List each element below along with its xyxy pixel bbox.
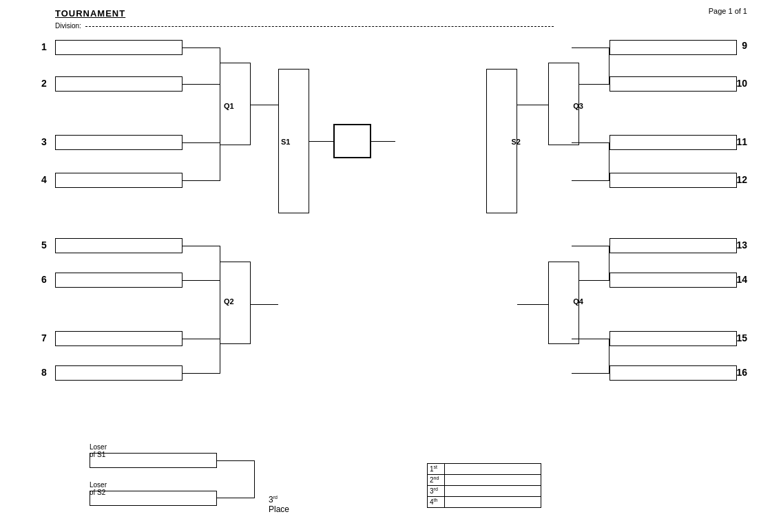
- q1-label: Q1: [224, 102, 234, 110]
- result-3rd-place: 3rd: [428, 486, 445, 497]
- seed-8-label: 8: [41, 367, 47, 378]
- seed-7-label: 7: [41, 332, 47, 343]
- result-1st-place: 1st: [428, 464, 445, 475]
- team-box-16[interactable]: [609, 365, 737, 381]
- finals-box: [333, 124, 371, 158]
- result-2nd-value[interactable]: [445, 475, 541, 486]
- s1-label: S1: [281, 138, 290, 146]
- seed-5-label: 5: [41, 240, 47, 251]
- team-box-13[interactable]: [609, 238, 737, 253]
- seed-16-label: 16: [736, 367, 747, 378]
- result-4th-value[interactable]: [445, 497, 541, 508]
- page-number: Page 1 of 1: [709, 7, 747, 15]
- seed-1-label: 1: [41, 41, 47, 52]
- team-box-2[interactable]: [55, 76, 183, 92]
- result-1st-value[interactable]: [445, 464, 541, 475]
- seed-6-label: 6: [41, 274, 47, 285]
- team-box-3[interactable]: [55, 135, 183, 150]
- team-box-7[interactable]: [55, 331, 183, 346]
- s2-label: S2: [512, 138, 521, 146]
- loser-s1-box[interactable]: [90, 453, 217, 468]
- team-box-8[interactable]: [55, 365, 183, 381]
- team-box-11[interactable]: [609, 135, 737, 150]
- team-box-12[interactable]: [609, 173, 737, 188]
- third-place-label: 3rd Place: [269, 495, 289, 514]
- team-box-9[interactable]: [609, 40, 737, 55]
- seed-2-label: 2: [41, 78, 47, 89]
- page: Page 1 of 1 TOURNAMENT Division: 1 2 Q1 …: [0, 0, 761, 532]
- seed-12-label: 12: [736, 174, 747, 185]
- team-box-5[interactable]: [55, 238, 183, 253]
- q2-label: Q2: [224, 297, 234, 306]
- seed-11-label: 11: [736, 136, 747, 147]
- seed-13-label: 13: [736, 240, 747, 251]
- seed-10-label: 10: [736, 78, 747, 89]
- seed-9-label: 9: [742, 40, 747, 51]
- team-box-6[interactable]: [55, 273, 183, 288]
- result-3rd-value[interactable]: [445, 486, 541, 497]
- team-box-15[interactable]: [609, 331, 737, 346]
- seed-3-label: 3: [41, 136, 47, 147]
- team-box-14[interactable]: [609, 273, 737, 288]
- seed-14-label: 14: [736, 274, 747, 285]
- division-label: Division:: [55, 22, 554, 30]
- result-4th-place: 4th: [428, 497, 445, 508]
- team-box-1[interactable]: [55, 40, 183, 55]
- q3-label: Q3: [573, 102, 583, 110]
- tournament-title: TOURNAMENT: [55, 8, 125, 19]
- seed-15-label: 15: [736, 332, 747, 343]
- team-box-4[interactable]: [55, 173, 183, 188]
- seed-4-label: 4: [41, 174, 47, 185]
- loser-s2-box[interactable]: [90, 491, 217, 506]
- team-box-10[interactable]: [609, 76, 737, 92]
- result-2nd-place: 2nd: [428, 475, 445, 486]
- q4-label: Q4: [573, 297, 583, 306]
- results-table: 1st 2nd 3rd 4th: [427, 463, 541, 508]
